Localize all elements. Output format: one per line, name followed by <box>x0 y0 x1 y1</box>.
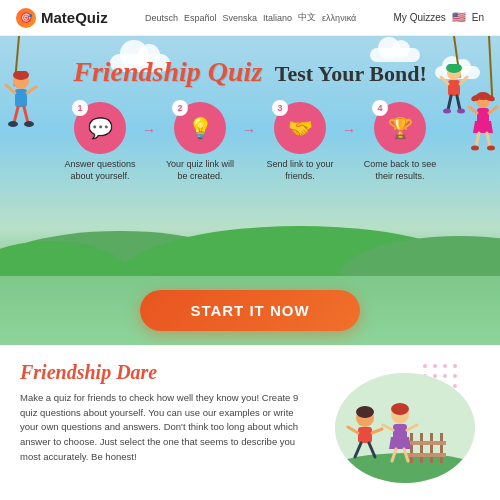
logo-icon: 🎯 <box>16 8 36 28</box>
svg-point-36 <box>443 364 447 368</box>
title-friendship: Friendship Quiz <box>73 56 262 87</box>
step-2-label: Your quiz link will be created. <box>160 159 240 182</box>
step-1-circle: 1 💬 <box>74 102 126 154</box>
lang-code[interactable]: En <box>472 12 484 23</box>
step-1-label: Answer questions about yourself. <box>60 159 140 182</box>
logo-text: MateQuiz <box>41 9 108 26</box>
flag-icon: 🇺🇸 <box>452 11 466 24</box>
svg-point-16 <box>443 109 451 114</box>
hills-decoration <box>0 221 500 276</box>
step-4: 4 🏆 Come back to see their results. <box>350 102 450 182</box>
bottom-text: Friendship Dare Make a quiz for friends … <box>20 361 314 495</box>
bottom-section-title: Friendship Dare <box>20 361 314 384</box>
nav-right: My Quizzes 🇺🇸 En <box>394 11 484 24</box>
kids-illustration <box>335 373 475 483</box>
svg-point-17 <box>457 109 465 114</box>
svg-point-55 <box>356 406 374 418</box>
svg-rect-11 <box>448 80 460 96</box>
step-2: 2 💡 Your quiz link will be created. → <box>150 102 250 182</box>
step-3-circle: 3 🤝 <box>274 102 326 154</box>
svg-marker-23 <box>473 121 493 133</box>
svg-point-40 <box>443 374 447 378</box>
hero-section: Friendship Quiz Test Your Bond! 1 💬 Answ… <box>0 36 500 276</box>
cta-area: START IT NOW <box>0 276 500 345</box>
lang-espanol[interactable]: Español <box>184 13 217 23</box>
bottom-section: Friendship Dare Make a quiz for friends … <box>0 345 500 500</box>
svg-line-25 <box>489 107 497 113</box>
character-left <box>2 71 40 147</box>
start-now-button[interactable]: START IT NOW <box>140 290 359 331</box>
svg-point-45 <box>453 384 457 388</box>
svg-point-28 <box>471 146 479 151</box>
step-3: 3 🤝 Send link to your friends. → <box>250 102 350 182</box>
svg-line-12 <box>441 77 448 84</box>
svg-point-7 <box>8 121 18 127</box>
step-1-number: 1 <box>72 100 88 116</box>
svg-rect-50 <box>430 433 433 463</box>
my-quizzes-link[interactable]: My Quizzes <box>394 12 446 23</box>
bottom-description: Make a quiz for friends to check how wel… <box>20 391 314 465</box>
svg-point-34 <box>423 364 427 368</box>
svg-line-3 <box>6 85 15 93</box>
svg-line-5 <box>14 107 18 123</box>
step-4-circle: 4 🏆 <box>374 102 426 154</box>
svg-line-4 <box>27 87 36 93</box>
svg-rect-49 <box>420 433 423 463</box>
svg-point-35 <box>433 364 437 368</box>
step-3-number: 3 <box>272 100 288 116</box>
step-3-icon: 🤝 <box>288 116 313 140</box>
nav-languages: Deutsch Español Svenska Italiano 中文 ελλη… <box>145 11 356 24</box>
svg-point-8 <box>24 121 34 127</box>
svg-point-41 <box>453 374 457 378</box>
step-1-icon: 💬 <box>88 116 113 140</box>
hero-title: Friendship Quiz Test Your Bond! <box>20 58 480 86</box>
lang-italiano[interactable]: Italiano <box>263 13 292 23</box>
svg-line-26 <box>476 133 479 147</box>
svg-line-24 <box>469 107 477 113</box>
svg-rect-53 <box>407 453 446 457</box>
svg-line-27 <box>487 133 490 147</box>
step-2-arrow: → <box>242 122 256 138</box>
svg-line-15 <box>457 96 460 110</box>
svg-rect-56 <box>358 427 372 443</box>
steps-row: 1 💬 Answer questions about yourself. → 2… <box>20 102 480 182</box>
step-4-icon: 🏆 <box>388 116 413 140</box>
lang-deutsch[interactable]: Deutsch <box>145 13 178 23</box>
svg-point-37 <box>453 364 457 368</box>
svg-marker-64 <box>389 437 411 449</box>
bottom-image-area <box>330 361 480 495</box>
step-2-icon: 💡 <box>188 116 213 140</box>
title-test: Test Your Bond! <box>275 61 427 86</box>
header: 🎯 MateQuiz Deutsch Español Svenska Itali… <box>0 0 500 36</box>
step-1-arrow: → <box>142 122 156 138</box>
lang-svenska[interactable]: Svenska <box>223 13 258 23</box>
step-2-number: 2 <box>172 100 188 116</box>
svg-point-62 <box>391 403 409 415</box>
step-1: 1 💬 Answer questions about yourself. → <box>50 102 150 182</box>
step-3-arrow: → <box>342 122 356 138</box>
svg-rect-52 <box>407 441 446 445</box>
svg-rect-2 <box>15 89 27 107</box>
step-4-label: Come back to see their results. <box>360 159 440 182</box>
lang-greek[interactable]: ελληνικά <box>322 13 356 23</box>
svg-line-14 <box>448 96 451 110</box>
character-right-side <box>466 91 500 170</box>
logo[interactable]: 🎯 MateQuiz <box>16 8 108 28</box>
step-2-circle: 2 💡 <box>174 102 226 154</box>
svg-rect-51 <box>440 433 443 463</box>
lang-chinese[interactable]: 中文 <box>298 11 316 24</box>
svg-line-6 <box>24 107 28 123</box>
step-4-number: 4 <box>372 100 388 116</box>
step-3-label: Send link to your friends. <box>260 159 340 182</box>
svg-point-21 <box>476 92 490 100</box>
svg-point-29 <box>487 146 495 151</box>
svg-line-13 <box>460 77 467 84</box>
